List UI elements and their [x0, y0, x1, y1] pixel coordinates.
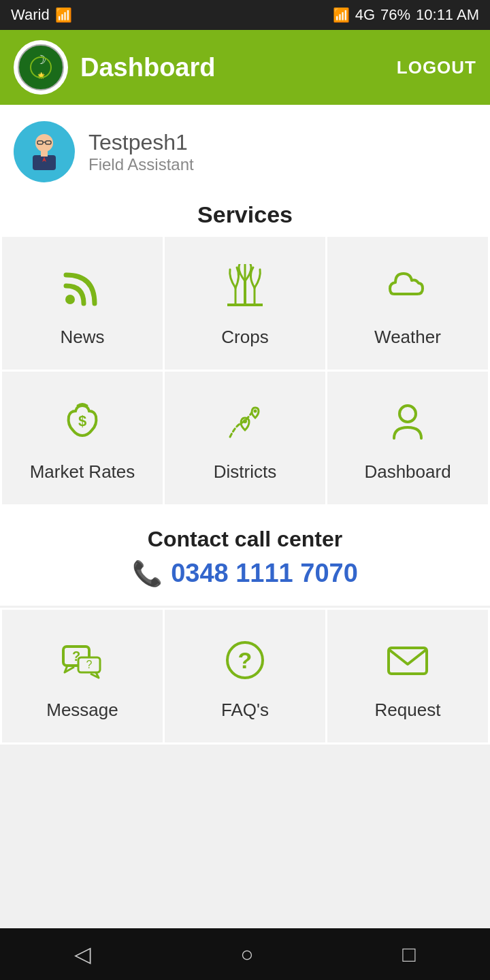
profile-info: Testpesh1 Field Assistant: [88, 130, 194, 174]
status-bar: Warid 📶 📶 4G 76% 10:11 AM: [0, 0, 490, 30]
request-label: Request: [375, 700, 441, 721]
service-tile-news[interactable]: News: [2, 237, 163, 370]
market-rates-label: Market Rates: [30, 461, 135, 483]
services-heading: Services: [0, 189, 490, 235]
service-tile-dashboard[interactable]: Dashboard: [327, 372, 488, 504]
svg-text:?: ?: [86, 659, 93, 670]
weather-icon: [385, 264, 431, 317]
svg-point-18: [254, 410, 257, 413]
toolbar-left: ☽ 🌟 Dashboard: [14, 40, 215, 95]
service-tile-weather[interactable]: Weather: [327, 237, 488, 370]
profile-section: Testpesh1 Field Assistant: [0, 105, 490, 189]
logo-svg: ☽ 🌟: [17, 44, 65, 91]
svg-point-0: [18, 45, 63, 90]
avatar-svg: [20, 128, 68, 176]
username-label: Testpesh1: [88, 130, 194, 155]
crops-label: Crops: [221, 327, 268, 348]
role-label: Field Assistant: [88, 155, 194, 174]
request-icon: [385, 637, 431, 690]
android-nav-bar: ◁ ○ □: [0, 928, 490, 980]
app-logo: ☽ 🌟: [14, 40, 68, 95]
crops-icon: [222, 264, 268, 317]
weather-label: Weather: [374, 327, 441, 348]
service-tile-market-rates[interactable]: $ Market Rates: [2, 372, 163, 504]
services-grid: News Crops: [0, 235, 490, 506]
dashboard-icon: [385, 399, 431, 452]
service-tile-districts[interactable]: Districts: [165, 372, 325, 504]
avatar: [14, 121, 75, 182]
svg-point-4: [35, 134, 53, 152]
back-button[interactable]: ◁: [54, 934, 112, 974]
svg-rect-26: [389, 648, 427, 674]
message-label: Message: [46, 700, 118, 721]
svg-text:🌟: 🌟: [37, 71, 46, 80]
bottom-tile-request[interactable]: Request: [327, 610, 488, 742]
wifi-icon: 📶: [333, 7, 350, 23]
dashboard-label: Dashboard: [364, 461, 451, 483]
toolbar: ☽ 🌟 Dashboard LOGOUT: [0, 30, 490, 105]
bottom-tile-message[interactable]: ? ? Message: [2, 610, 163, 742]
wifi-indicator: 📶: [55, 7, 72, 23]
home-button[interactable]: ○: [220, 935, 274, 974]
svg-rect-10: [41, 151, 48, 157]
bottom-tile-faqs[interactable]: ? FAQ's: [165, 610, 325, 742]
faqs-label: FAQ's: [221, 700, 269, 721]
phone-number: 0348 1111 7070: [171, 559, 358, 588]
svg-text:☽: ☽: [35, 53, 46, 67]
svg-point-19: [399, 406, 416, 422]
districts-icon: [222, 399, 268, 452]
news-label: News: [60, 327, 104, 348]
contact-phone[interactable]: 📞 0348 1111 7070: [14, 559, 476, 588]
svg-point-11: [65, 295, 75, 304]
contact-title: Contact call center: [14, 527, 476, 552]
logout-button[interactable]: LOGOUT: [397, 57, 476, 78]
districts-label: Districts: [214, 461, 276, 483]
phone-icon: 📞: [132, 559, 163, 588]
svg-text:$: $: [78, 412, 86, 429]
market-rates-icon: $: [59, 399, 105, 452]
faqs-icon: ?: [222, 637, 268, 690]
service-tile-crops[interactable]: Crops: [165, 237, 325, 370]
battery-label: 76%: [380, 6, 410, 24]
status-left: Warid 📶: [11, 6, 72, 24]
time-label: 10:11 AM: [416, 6, 479, 24]
svg-point-17: [243, 419, 247, 423]
svg-text:?: ?: [238, 647, 252, 673]
bottom-grid: ? ? Message ? FAQ's: [0, 608, 490, 745]
status-right: 📶 4G 76% 10:11 AM: [333, 6, 479, 24]
news-icon: [59, 264, 105, 317]
contact-section: Contact call center 📞 0348 1111 7070: [0, 506, 490, 606]
toolbar-title: Dashboard: [80, 53, 215, 82]
recents-button[interactable]: □: [382, 935, 436, 974]
network-label: 4G: [355, 6, 375, 24]
carrier-label: Warid: [11, 6, 50, 24]
message-icon: ? ?: [59, 637, 105, 690]
